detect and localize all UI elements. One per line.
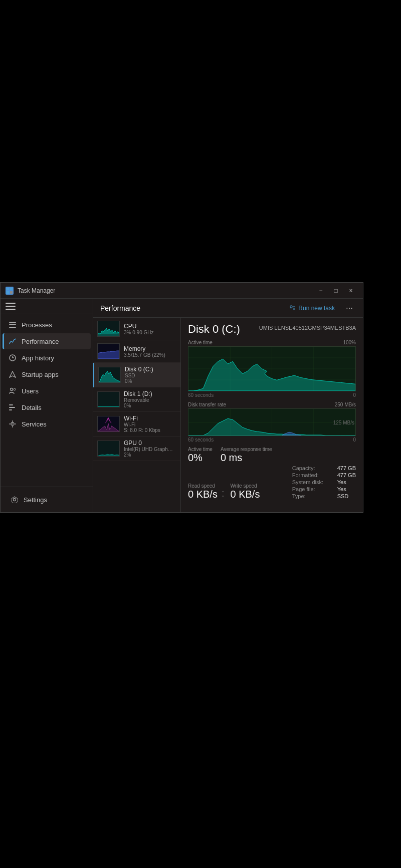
svg-rect-0 [7,288,9,290]
device-name-memory: Memory [124,345,176,352]
svg-rect-1 [10,288,13,290]
spec-capacity: Capacity: 477 GB [292,465,356,471]
title-bar: Task Manager − □ × [1,283,363,299]
spec-val-system-disk: Yes [337,479,346,485]
device-name-disk1: Disk 1 (D:) [124,390,176,397]
hamburger-line-3 [6,309,16,310]
close-button[interactable]: × [344,285,358,296]
sidebar-item-label-settings: Settings [24,496,47,504]
bottom-stats: Active time 0% Average response time 0 m… [188,447,356,463]
chart2-labels: Disk transfer rate 250 MB/s [188,402,356,407]
memory-mini-chart [97,343,120,359]
detail-panel: Disk 0 (C:) UMIS LENSE40512GMSP34MESTB3A… [181,318,363,512]
svg-marker-29 [98,406,119,407]
device-sub-disk1: Removable [124,397,176,403]
spec-page-file: Page file: Yes [292,486,356,492]
device-info-wifi: Wi-Fi Wi-Fi S: 8.0 R: 0 Kbps [124,415,176,433]
spec-val-type: SSD [337,493,349,499]
read-speed-value: 0 KB/s [188,489,218,500]
hamburger-menu[interactable] [6,303,16,310]
disk-specs: Capacity: 477 GB Formatted: 477 GB Syste… [292,465,356,500]
sidebar-item-startup-apps[interactable]: Startup apps [3,366,91,382]
avg-response-stat: Average response time 0 ms [221,447,272,463]
device-sub-disk0: SSD [125,373,176,378]
svg-marker-28 [99,371,120,383]
spec-val-capacity: 477 GB [337,465,356,471]
chart1-labels: Active time 100% [188,340,356,345]
run-new-task-label: Run new task [298,305,335,312]
device-item-memory[interactable]: Memory 3.5/15.7 GB (22%) [93,340,180,363]
spec-val-formatted: 477 GB [337,472,356,478]
chart1-bottom: 60 seconds 0 [188,392,356,398]
device-name-gpu0: GPU 0 [124,440,176,447]
read-speed-item: Read speed 0 KB/s [188,483,218,500]
active-time-max: 100% [343,340,356,345]
hamburger-line-1 [6,303,16,304]
chart-icon [9,337,17,345]
avg-response-label: Average response time [221,447,272,452]
minimize-button[interactable]: − [314,285,328,296]
transfer-rate-label: Disk transfer rate [188,402,226,407]
sidebar-item-app-history[interactable]: App history [3,350,91,366]
svg-marker-34 [98,454,119,456]
run-new-task-button[interactable]: Run new task [286,303,339,314]
sidebar-item-details[interactable]: Details [3,399,91,415]
sidebar-item-label-startup-apps: Startup apps [22,371,59,378]
disk1-mini-chart [97,391,120,407]
maximize-button[interactable]: □ [329,285,343,296]
device-sub-gpu0: Intel(R) UHD Graphics ... [124,447,174,452]
device-percent-disk0: 0% [125,378,176,384]
active-time-stat: Active time 0% [188,447,213,463]
history-icon [9,354,17,362]
device-item-cpu[interactable]: CPU 3% 0.90 GHz [93,318,180,340]
speeds-section: Read speed 0 KB/s : Write speed 0 KB/s [188,483,260,500]
active-time-label: Active time [188,340,213,345]
main-content: Performance Run new task ⋯ [93,299,363,512]
sidebar-item-performance[interactable]: Performance [3,333,91,349]
device-info-gpu0: GPU 0 Intel(R) UHD Graphics ... 2% [124,440,176,458]
transfer-rate-chart: 125 MB/s [188,408,356,436]
chart2-time-label: 60 seconds [188,437,214,443]
sidebar-footer: Settings [1,487,93,512]
detail-model: UMIS LENSE40512GMSP34MESTB3A [259,325,356,331]
spec-key-formatted: Formatted: [292,472,332,478]
chart2-right-label: 0 [353,437,356,443]
svg-point-9 [14,388,16,390]
sidebar-item-label-app-history: App history [22,354,54,362]
svg-rect-2 [7,291,9,294]
svg-rect-10 [9,404,13,405]
device-item-disk0[interactable]: Disk 0 (C:) SSD 0% [93,363,180,387]
spec-key-system-disk: System disk: [292,479,332,485]
svg-point-8 [11,388,13,391]
header-actions: Run new task ⋯ [286,303,356,314]
chart2-bottom: 60 seconds 0 [188,437,356,443]
device-item-gpu0[interactable]: GPU 0 Intel(R) UHD Graphics ... 2% [93,437,180,461]
spec-formatted: Formatted: 477 GB [292,472,356,478]
device-item-wifi[interactable]: Wi-Fi Wi-Fi S: 8.0 R: 0 Kbps [93,412,180,437]
stats-left: Active time 0% Average response time 0 m… [188,447,272,463]
transfer-rate-section: Disk transfer rate 250 MB/s [188,402,356,443]
spec-type: Type: SSD [292,493,356,499]
sidebar-item-settings[interactable]: Settings [5,492,89,508]
sidebar-item-processes[interactable]: Processes [3,317,91,333]
settings-icon [11,496,19,504]
sidebar-item-label-details: Details [22,404,42,411]
svg-rect-6 [9,327,16,328]
device-info-disk1: Disk 1 (D:) Removable 0% [124,390,176,408]
speeds-specs-row: Read speed 0 KB/s : Write speed 0 KB/s [188,465,356,500]
svg-marker-27 [98,351,119,359]
device-percent-disk1: 0% [124,403,176,408]
sidebar-item-users[interactable]: Users [3,383,91,399]
sidebar-top [1,299,93,314]
main-title: Performance [100,304,286,312]
spec-key-type: Type: [292,493,332,499]
startup-icon [9,370,17,378]
device-sub-wifi: Wi-Fi [124,422,176,427]
active-time-chart [188,346,356,391]
hamburger-line-2 [6,306,16,307]
sidebar-item-services[interactable]: Services [3,416,91,432]
detail-header: Disk 0 (C:) UMIS LENSE40512GMSP34MESTB3A [188,323,356,336]
device-name-disk0: Disk 0 (C:) [125,366,176,373]
device-item-disk1[interactable]: Disk 1 (D:) Removable 0% [93,387,180,412]
more-options-button[interactable]: ⋯ [343,303,356,313]
